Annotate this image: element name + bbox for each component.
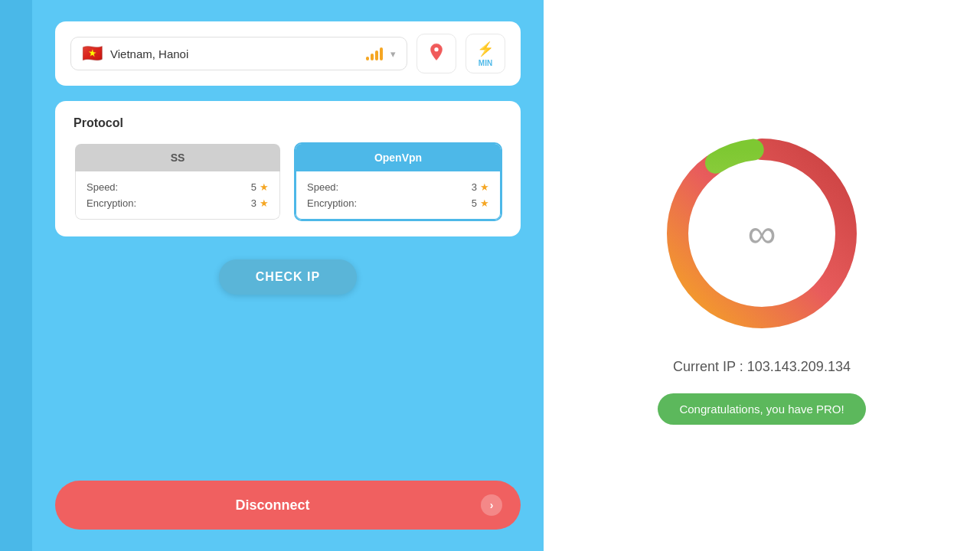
ss-encryption-star: ★ xyxy=(260,197,269,209)
location-name: Vietnam, Hanoi xyxy=(110,47,358,60)
openvpn-encryption-row: Encryption: 5 ★ xyxy=(307,195,489,211)
location-card: 🇻🇳 Vietnam, Hanoi ▾ ⚡ MIN xyxy=(55,21,521,86)
ss-encryption-value: 3 xyxy=(251,197,256,209)
protocol-card: Protocol SS Speed: 5 ★ Encryption: xyxy=(55,101,521,236)
check-ip-button[interactable]: CHECK IP xyxy=(219,259,357,295)
flag-icon: 🇻🇳 xyxy=(82,45,103,62)
protocol-ss-stats: Speed: 5 ★ Encryption: 3 ★ xyxy=(75,171,280,220)
openvpn-speed-value: 3 xyxy=(472,181,477,193)
ss-speed-label: Speed: xyxy=(87,181,118,193)
sidebar-strip xyxy=(0,0,32,551)
openvpn-speed-row: Speed: 3 ★ xyxy=(307,179,489,195)
signal-bar-3 xyxy=(375,51,378,60)
openvpn-speed-label: Speed: xyxy=(307,181,338,193)
disconnect-label: Disconnect xyxy=(74,497,472,514)
openvpn-speed-star: ★ xyxy=(480,181,489,193)
min-button[interactable]: ⚡ MIN xyxy=(466,34,505,73)
infinity-icon: ∞ xyxy=(747,214,776,253)
map-button[interactable] xyxy=(416,34,456,73)
lightning-icon: ⚡ xyxy=(477,41,494,57)
location-selector[interactable]: 🇻🇳 Vietnam, Hanoi ▾ xyxy=(70,37,407,70)
donut-chart: ∞ xyxy=(655,126,869,341)
ss-speed-star: ★ xyxy=(260,181,269,193)
signal-bars xyxy=(366,47,383,60)
protocol-openvpn-stats: Speed: 3 ★ Encryption: 5 ★ xyxy=(296,171,501,220)
chevron-down-icon: ▾ xyxy=(390,48,396,60)
right-panel: ∞ Current IP : 103.143.209.134 Congratul… xyxy=(544,0,980,551)
protocol-ss-header: SS xyxy=(75,144,280,171)
openvpn-encryption-value: 5 xyxy=(472,197,477,209)
current-ip-prefix: Current IP : xyxy=(673,359,747,374)
min-label: MIN xyxy=(479,59,492,67)
pro-badge[interactable]: Congratulations, you have PRO! xyxy=(658,393,865,425)
openvpn-speed-stars: 3 ★ xyxy=(472,181,489,193)
protocol-openvpn-header: OpenVpn xyxy=(296,144,501,171)
protocol-option-openvpn[interactable]: OpenVpn Speed: 3 ★ Encryption: 5 ★ xyxy=(294,142,502,221)
ss-speed-stars: 5 ★ xyxy=(251,181,269,193)
protocol-title: Protocol xyxy=(74,116,502,130)
ss-speed-row: Speed: 5 ★ xyxy=(87,179,269,195)
current-ip-display: Current IP : 103.143.209.134 xyxy=(673,359,851,375)
protocol-options: SS Speed: 5 ★ Encryption: 3 ★ xyxy=(74,142,502,221)
disconnect-arrow-icon: › xyxy=(481,494,502,516)
left-panel: 🇻🇳 Vietnam, Hanoi ▾ ⚡ MIN Protocol xyxy=(32,0,544,551)
donut-center: ∞ xyxy=(747,214,776,253)
current-ip-value: 103.143.209.134 xyxy=(747,359,851,374)
ss-encryption-label: Encryption: xyxy=(87,197,136,209)
protocol-option-ss[interactable]: SS Speed: 5 ★ Encryption: 3 ★ xyxy=(74,142,282,221)
svg-point-0 xyxy=(434,47,438,51)
signal-bar-1 xyxy=(366,57,369,60)
openvpn-encryption-stars: 5 ★ xyxy=(472,197,489,209)
ss-encryption-row: Encryption: 3 ★ xyxy=(87,195,269,211)
map-pin-icon xyxy=(426,42,446,65)
openvpn-encryption-star: ★ xyxy=(480,197,489,209)
ss-speed-value: 5 xyxy=(251,181,256,193)
signal-bar-2 xyxy=(371,54,374,60)
openvpn-encryption-label: Encryption: xyxy=(307,197,357,209)
signal-bar-4 xyxy=(380,47,383,60)
ss-encryption-stars: 3 ★ xyxy=(251,197,269,209)
disconnect-button[interactable]: Disconnect › xyxy=(55,481,521,530)
